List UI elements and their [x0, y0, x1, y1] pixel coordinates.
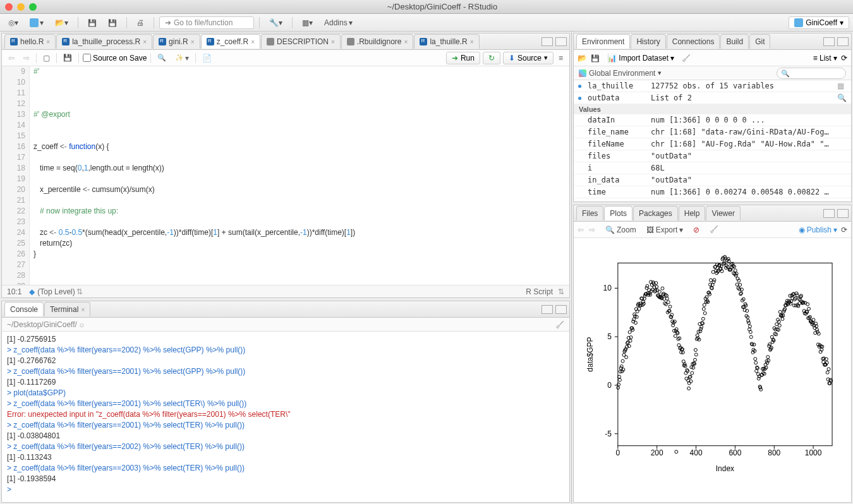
tab-history[interactable]: History — [631, 34, 665, 49]
run-button[interactable]: ➜Run — [446, 52, 480, 64]
import-dataset-button[interactable]: 📊 Import Dataset ▾ — [607, 54, 674, 63]
clear-plots-button[interactable] — [710, 225, 718, 234]
svg-point-249 — [748, 325, 751, 328]
tab-hello[interactable]: hello.R× — [4, 34, 56, 49]
save-button[interactable] — [83, 16, 101, 29]
maximize-pane-button[interactable] — [555, 37, 567, 46]
source-on-save-check[interactable]: Source on Save — [83, 54, 147, 63]
code-tools-button[interactable]: ▾ — [172, 52, 191, 64]
tab-viewer[interactable]: Viewer — [706, 206, 740, 220]
svg-point-37 — [625, 356, 628, 359]
close-icon[interactable]: × — [143, 39, 147, 45]
minimize-pane-button[interactable] — [541, 305, 553, 314]
svg-point-250 — [749, 330, 752, 333]
tab-plots[interactable]: Plots — [604, 206, 632, 220]
env-list: ●la_thuille127752 obs. of 15 variables▦●… — [574, 80, 851, 201]
compile-report-button[interactable]: 📄 — [200, 52, 214, 64]
new-project-button[interactable]: ▾ — [25, 16, 48, 29]
addins-button[interactable]: Addins ▾ — [320, 16, 357, 29]
plots-tabs: Files Plots Packages Help Viewer — [574, 205, 851, 222]
remove-plot-button[interactable]: ⊘ — [693, 225, 699, 234]
tab-help[interactable]: Help — [679, 206, 706, 220]
minimize-pane-button[interactable] — [823, 37, 835, 46]
tab-build[interactable]: Build — [720, 34, 749, 49]
close-icon[interactable]: × — [191, 39, 195, 45]
load-workspace-button[interactable]: 📂 — [578, 54, 587, 63]
tab-la-thuille-process[interactable]: la_thuille_process.R× — [56, 34, 152, 49]
env-value-row[interactable]: dataInnum [1:366] 0 0 0 0 0 ... — [574, 114, 851, 126]
zoom-button[interactable]: 🔍 Zoom — [605, 225, 636, 234]
env-row[interactable]: ●outDataList of 2🔍 — [574, 92, 851, 104]
next-plot-button[interactable] — [589, 225, 595, 234]
save-file-button[interactable] — [61, 52, 75, 63]
tab-terminal[interactable]: Terminal× — [44, 302, 90, 316]
svg-point-156 — [694, 349, 697, 352]
tab-la-thuille[interactable]: la_thuille.R× — [414, 34, 479, 49]
grid-button[interactable]: ▦▾ — [298, 16, 317, 29]
env-value-row[interactable]: file_namechr [1:68] "data-raw/Gini-RData… — [574, 126, 851, 138]
list-view-button[interactable]: ≡ List ▾ — [813, 54, 837, 63]
refresh-plot-button[interactable]: ⟳ — [841, 225, 847, 234]
save-workspace-button[interactable] — [591, 54, 600, 63]
print-button[interactable]: 🖨 — [132, 16, 148, 29]
close-icon[interactable]: × — [331, 39, 335, 45]
go-to-file-input[interactable]: ➜ Go to file/function — [159, 16, 254, 29]
open-file-button[interactable]: 📂▾ — [51, 16, 73, 29]
env-value-row[interactable]: timenum [1:366] 0 0.00274 0.00548 0.0082… — [574, 186, 851, 198]
maximize-pane-button[interactable] — [837, 209, 849, 218]
minimize-window-button[interactable] — [17, 3, 25, 11]
svg-point-29 — [620, 365, 623, 368]
console-output[interactable]: [1] -0.2756915> z_coeff(data %>% filter(… — [2, 332, 569, 502]
svg-point-247 — [747, 321, 751, 325]
publish-button[interactable]: ◉ Publish ▾ — [799, 225, 837, 234]
project-menu[interactable]: GiniCoeff ▾ — [789, 16, 849, 29]
close-window-button[interactable] — [5, 3, 13, 11]
maximize-pane-button[interactable] — [555, 305, 567, 314]
file-type[interactable]: R Script — [526, 287, 553, 296]
close-icon[interactable]: × — [81, 306, 85, 313]
env-value-row[interactable]: i68L — [574, 162, 851, 174]
save-all-button[interactable] — [104, 16, 121, 29]
tab-environment[interactable]: Environment — [576, 34, 630, 49]
tab-description[interactable]: DESCRIPTION× — [261, 34, 341, 49]
nav-back-button[interactable] — [6, 52, 17, 64]
close-icon[interactable]: × — [404, 39, 408, 45]
clear-console-button[interactable] — [555, 320, 564, 329]
close-icon[interactable]: × — [470, 39, 474, 45]
scope-selector[interactable]: (Top Level) — [37, 287, 75, 296]
env-value-row[interactable]: files"outData" — [574, 150, 851, 162]
show-in-new-window-button[interactable]: ▢ — [40, 52, 52, 64]
source-button[interactable]: ⬇Source ▾ — [503, 52, 554, 64]
rerun-button[interactable]: ↻ — [483, 52, 500, 64]
code-editor[interactable]: 9101112131415161718192021222324252627282… — [2, 66, 569, 285]
env-search-input[interactable] — [777, 68, 846, 79]
tab-console[interactable]: Console — [4, 302, 44, 316]
find-button[interactable] — [155, 52, 169, 63]
env-scope[interactable]: Global Environment ▾ — [574, 66, 851, 80]
env-value-row[interactable]: in_data"outData" — [574, 174, 851, 186]
tab-packages[interactable]: Packages — [633, 206, 678, 220]
tab-rbuildignore[interactable]: .Rbuildignore× — [341, 34, 414, 49]
env-value-row[interactable]: fileNamechr [1:68] "AU-Fog.Rda" "AU-How.… — [574, 138, 851, 150]
tab-z-coeff[interactable]: z_coeff.R× — [201, 34, 260, 49]
tab-files[interactable]: Files — [576, 206, 603, 220]
new-file-button[interactable]: ◎▾ — [4, 16, 23, 29]
tools-button[interactable]: 🔧▾ — [265, 16, 287, 29]
project-name: GiniCoeff — [806, 18, 837, 27]
minimize-pane-button[interactable] — [541, 37, 553, 46]
prev-plot-button[interactable] — [578, 225, 584, 234]
maximize-window-button[interactable] — [29, 3, 37, 11]
refresh-button[interactable]: ⟳ — [841, 54, 847, 63]
maximize-pane-button[interactable] — [837, 37, 849, 46]
env-row[interactable]: ●la_thuille127752 obs. of 15 variables▦ — [574, 80, 851, 92]
clear-env-button[interactable] — [682, 54, 691, 63]
nav-forward-button[interactable] — [21, 52, 32, 64]
tab-gini[interactable]: gini.R× — [153, 34, 200, 49]
close-icon[interactable]: × — [251, 39, 255, 45]
minimize-pane-button[interactable] — [823, 209, 835, 218]
close-icon[interactable]: × — [46, 39, 50, 45]
tab-connections[interactable]: Connections — [667, 34, 720, 49]
outline-button[interactable]: ≡ — [556, 52, 566, 64]
export-button[interactable]: 🖼 Export ▾ — [646, 225, 684, 234]
tab-git[interactable]: Git — [749, 34, 770, 49]
